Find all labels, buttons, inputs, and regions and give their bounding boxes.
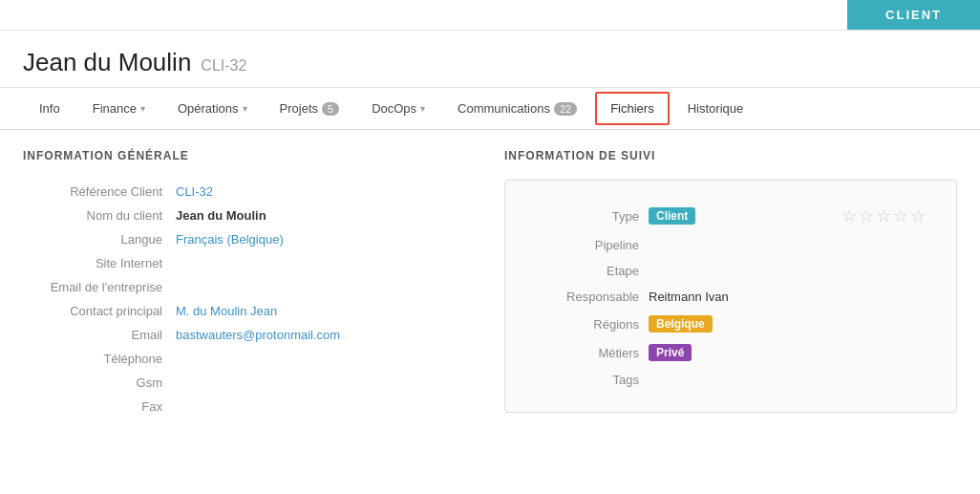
row-fax: Fax	[23, 395, 476, 419]
finance-dropdown-icon: ▾	[140, 103, 145, 114]
label-email: Email	[23, 323, 176, 347]
tab-finance[interactable]: Finance ▾	[78, 93, 160, 124]
suivi-stars[interactable]: ☆☆☆☆☆	[842, 205, 927, 226]
docops-dropdown-icon: ▾	[420, 103, 425, 114]
info-suivi-section: INFORMATION DE SUIVI Type Client ☆☆☆☆☆ P…	[504, 149, 957, 419]
tab-communications[interactable]: Communications 22	[443, 93, 591, 124]
suivi-row-pipeline: Pipeline	[534, 232, 927, 258]
value-site	[176, 251, 476, 275]
tab-info[interactable]: Info	[25, 93, 75, 124]
tab-docops[interactable]: DocOps ▾	[357, 93, 439, 124]
regions-badge: Belgique	[649, 315, 713, 333]
client-name: Jean du Moulin	[23, 48, 191, 77]
tab-fichiers[interactable]: Fichiers	[595, 92, 670, 125]
tab-bar: Info Finance ▾ Opérations ▾ Projets 5 Do…	[0, 87, 980, 130]
label-langue: Langue	[23, 227, 176, 251]
label-fax: Fax	[23, 395, 176, 419]
label-telephone: Téléphone	[23, 347, 176, 371]
type-badge: Client	[649, 207, 695, 225]
value-email-entreprise	[176, 275, 476, 299]
main-content: INFORMATION GÉNÉRALE Référence Client CL…	[0, 130, 980, 438]
label-site: Site Internet	[23, 251, 176, 275]
suivi-box: Type Client ☆☆☆☆☆ Pipeline Etape Respons…	[504, 180, 957, 413]
tab-historique[interactable]: Historique	[673, 93, 758, 124]
label-contact: Contact principal	[23, 299, 176, 323]
operations-dropdown-icon: ▾	[243, 103, 247, 114]
tab-operations[interactable]: Opérations ▾	[163, 93, 262, 124]
tab-projets[interactable]: Projets 5	[266, 93, 354, 124]
value-fax	[176, 395, 476, 419]
suivi-label-regions: Régions	[534, 317, 639, 332]
metiers-badge: Privé	[649, 344, 692, 361]
suivi-row-etape: Etape	[534, 258, 927, 284]
suivi-row-metiers: Métiers Privé	[534, 338, 927, 367]
value-email: bastwauters@protonmail.com	[176, 323, 476, 347]
projets-badge: 5	[322, 102, 339, 116]
value-contact: M. du Moulin Jean	[176, 299, 476, 323]
suivi-row-type: Type Client ☆☆☆☆☆	[534, 200, 927, 232]
info-suivi-title: INFORMATION DE SUIVI	[504, 149, 957, 162]
info-generale-section: INFORMATION GÉNÉRALE Référence Client CL…	[23, 149, 476, 419]
suivi-value-metiers: Privé	[649, 344, 927, 361]
value-telephone	[176, 347, 476, 371]
row-telephone: Téléphone	[23, 347, 476, 371]
top-bar: CLIENT	[0, 0, 980, 31]
row-gsm: Gsm	[23, 371, 476, 395]
value-gsm	[176, 371, 476, 395]
suivi-value-regions: Belgique	[649, 315, 927, 333]
page-title-area: Jean du Moulin CLI-32	[0, 31, 980, 87]
communications-badge: 22	[554, 102, 577, 116]
suivi-label-etape: Etape	[534, 264, 639, 278]
row-contact: Contact principal M. du Moulin Jean	[23, 299, 476, 323]
suivi-value-type: Client	[649, 207, 832, 225]
value-langue: Français (Belgique)	[176, 227, 476, 251]
suivi-label-tags: Tags	[534, 373, 639, 387]
label-gsm: Gsm	[23, 371, 176, 395]
row-site: Site Internet	[23, 251, 476, 275]
suivi-label-type: Type	[534, 209, 639, 224]
label-email-entreprise: Email de l'entreprise	[23, 275, 176, 299]
suivi-label-responsable: Responsable	[534, 290, 639, 304]
client-code: CLI-32	[201, 57, 246, 75]
row-nom: Nom du client Jean du Moulin	[23, 204, 476, 227]
suivi-label-pipeline: Pipeline	[534, 238, 639, 252]
suivi-row-responsable: Responsable Reitmann Ivan	[534, 284, 927, 310]
row-email: Email bastwauters@protonmail.com	[23, 323, 476, 347]
value-reference: CLI-32	[176, 180, 476, 204]
suivi-value-responsable: Reitmann Ivan	[649, 290, 927, 304]
suivi-label-metiers: Métiers	[534, 346, 639, 360]
label-reference: Référence Client	[23, 180, 176, 204]
suivi-row-regions: Régions Belgique	[534, 310, 927, 338]
info-grid: Référence Client CLI-32 Nom du client Je…	[23, 180, 476, 419]
client-badge: CLIENT	[847, 0, 980, 30]
row-langue: Langue Français (Belgique)	[23, 227, 476, 251]
row-reference: Référence Client CLI-32	[23, 180, 476, 204]
row-email-entreprise: Email de l'entreprise	[23, 275, 476, 299]
label-nom: Nom du client	[23, 204, 176, 227]
value-nom: Jean du Moulin	[176, 204, 476, 227]
suivi-row-tags: Tags	[534, 367, 927, 393]
info-generale-title: INFORMATION GÉNÉRALE	[23, 149, 476, 162]
